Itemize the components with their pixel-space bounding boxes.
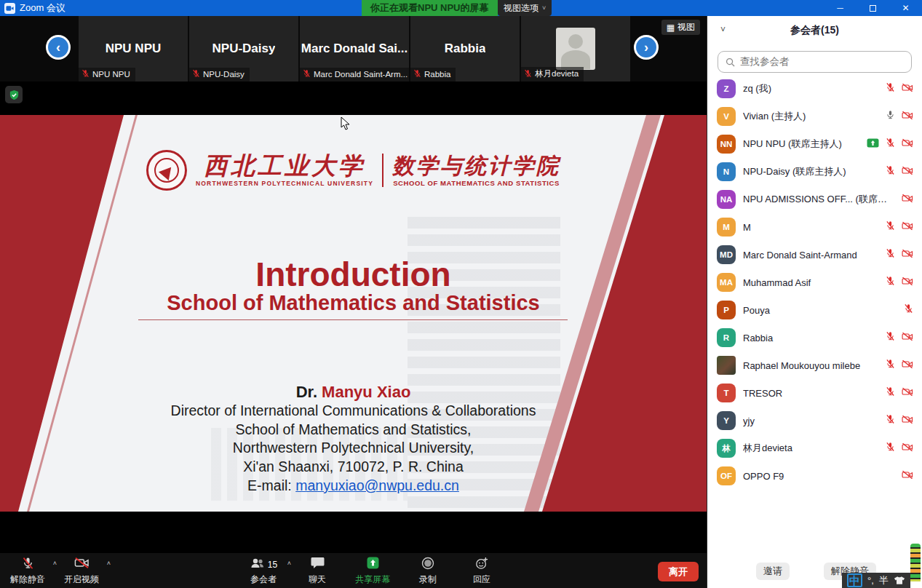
invite-button[interactable]: 邀请	[756, 563, 790, 580]
participant-row[interactable]: MAMuhammad Asif	[707, 269, 922, 296]
toolbar-participants-button[interactable]: 15 参会者 ˄	[247, 556, 279, 586]
participant-row[interactable]: PPouya	[707, 296, 922, 324]
participant-row[interactable]: VVivian (主持人)	[707, 103, 922, 130]
title-bar: Zoom 会议 你正在观看NPU NPU的屏幕 视图选项 ˅ ─ ✕	[0, 0, 922, 16]
camera-off-icon	[902, 82, 913, 95]
toolbar-button-label: 聊天	[309, 573, 326, 586]
minimize-button[interactable]: ─	[824, 0, 857, 16]
video-tile-name: NPU-Daisy	[212, 41, 276, 56]
video-tile[interactable]: Rabbia Rabbia	[410, 16, 520, 82]
window-controls: ─ ✕	[824, 0, 922, 16]
chevron-up-icon[interactable]: ˄	[287, 560, 291, 567]
security-shield-icon[interactable]	[5, 86, 23, 103]
maximize-button[interactable]	[857, 0, 889, 16]
search-icon	[726, 57, 735, 67]
maximize-icon	[870, 5, 876, 12]
camera-off-icon	[902, 165, 913, 178]
participant-name: Vivian (主持人)	[743, 110, 878, 123]
university-seal-icon	[146, 150, 187, 191]
ime-skin-shirt-icon[interactable]	[894, 576, 905, 585]
toolbar-chat-button[interactable]: 聊天	[301, 556, 333, 586]
participant-row[interactable]: 林林月devieta	[707, 434, 922, 462]
logo-divider	[382, 154, 383, 187]
ime-width-toggle[interactable]: 半	[879, 574, 889, 587]
participant-count: 15	[268, 560, 277, 570]
camera-off-icon	[902, 331, 913, 344]
participant-row[interactable]: NANPU ADMISSIONS OFF... (联席主持人)	[707, 186, 922, 213]
toolbar-record-button[interactable]: 录制	[412, 556, 444, 586]
view-button[interactable]: ▦ 视图	[661, 20, 700, 35]
participant-avatar-placeholder	[556, 28, 595, 70]
chevron-up-icon[interactable]: ˄	[107, 560, 111, 567]
mic-muted-icon	[524, 69, 532, 79]
participant-row[interactable]: NNPU-Daisy (联席主持人)	[707, 158, 922, 186]
video-tile[interactable]: 林月devieta	[521, 16, 630, 82]
video-tile-label: NPU NPU	[79, 68, 135, 82]
participant-name: 林月devieta	[743, 442, 878, 455]
mic-muted-icon	[303, 69, 311, 79]
toolbar-button-label: 回应	[473, 573, 490, 586]
leave-meeting-button[interactable]: 离开	[658, 562, 699, 581]
ime-language-toggle[interactable]: 中	[847, 573, 862, 587]
toolbar-reactions-button[interactable]: 回应	[466, 556, 498, 586]
mic-muted-icon	[22, 557, 34, 573]
meeting-stage: NPU NPU NPU NPUNPU-Daisy NPU-DaisyMarc D…	[0, 16, 707, 588]
participant-avatar: NN	[717, 135, 736, 154]
school-name-en: SCHOOL OF MATHEMATICS AND STATISTICS	[392, 179, 560, 187]
scroll-left-button[interactable]: ‹	[46, 35, 71, 60]
close-button[interactable]: ✕	[889, 0, 922, 16]
view-options-button[interactable]: 视图选项 ˅	[498, 0, 552, 16]
participant-row[interactable]: Raphael Moukouyou milebe	[707, 351, 922, 379]
toolbar-video-off-button[interactable]: 开启视频 ˄	[64, 556, 99, 586]
speaker-name-line: Dr. Manyu Xiao	[0, 383, 707, 402]
university-logo-header: 西北工业大学 NORTHWESTERN POLYTECHNICAL UNIVER…	[0, 150, 707, 191]
video-off-icon	[74, 557, 90, 572]
video-tile-name: Marc Donald Sai...	[301, 41, 408, 56]
chevron-down-icon: ˅	[542, 4, 546, 12]
screen-sharing-badge	[867, 138, 879, 151]
participant-avatar: M	[717, 218, 736, 237]
participant-row[interactable]: MDMarc Donald Saint-Armand	[707, 241, 922, 269]
video-tile[interactable]: NPU NPU NPU NPU	[79, 16, 188, 82]
toolbar-button-label: 录制	[419, 573, 437, 586]
participant-row[interactable]: Yyjy	[707, 407, 922, 434]
participant-avatar: T	[717, 384, 736, 402]
toolbar-button-label: 解除静音	[10, 573, 45, 586]
ime-punctuation-toggle[interactable]: °,	[867, 575, 874, 586]
participant-row[interactable]: Zzq (我)	[707, 75, 922, 103]
camera-off-icon	[902, 359, 913, 372]
participant-avatar: OF	[717, 466, 736, 485]
screen-sharing-badge	[867, 138, 879, 148]
scroll-right-button[interactable]: ›	[634, 35, 659, 60]
video-tile[interactable]: NPU-Daisy NPU-Daisy	[189, 16, 298, 82]
shared-screen-area: 西北工业大学 NORTHWESTERN POLYTECHNICAL UNIVER…	[0, 82, 707, 553]
email-label: E-mail:	[247, 477, 295, 493]
share-screen-icon	[365, 557, 381, 572]
mic-muted-icon	[886, 359, 895, 372]
email-line: E-mail: manyuxiao@nwpu.edu.cn	[0, 476, 707, 495]
toolbar-share-screen-button[interactable]: 共享屏幕	[355, 556, 390, 586]
participant-row[interactable]: OFOPPO F9	[707, 462, 922, 490]
video-tile[interactable]: Marc Donald Sai... Marc Donald Saint-Arm…	[300, 16, 409, 82]
video-tile-label: NPU-Daisy	[189, 68, 250, 82]
university-name-cn: 西北工业大学	[196, 154, 373, 179]
toolbar-button-label: 开启视频	[64, 573, 99, 586]
mic-muted-icon	[886, 138, 895, 151]
chevron-up-icon[interactable]: ˄	[53, 560, 57, 567]
ime-skin-icon[interactable]	[910, 544, 921, 581]
email-link[interactable]: manyuxiao@nwpu.edu.cn	[295, 477, 459, 493]
participant-row[interactable]: RRabbia	[707, 324, 922, 351]
bio-line: School of Mathematics and Statistics,	[0, 421, 707, 440]
search-participants-input[interactable]: 查找参会者	[718, 51, 912, 73]
bio-line: Director of International Communications…	[0, 402, 707, 421]
collapse-panel-icon[interactable]: ˅	[720, 25, 726, 35]
participant-name: NPU NPU (联席主持人)	[743, 138, 859, 151]
toolbar-mic-muted-button[interactable]: 解除静音 ˄	[10, 556, 45, 586]
participant-row[interactable]: NNNPU NPU (联席主持人)	[707, 130, 922, 158]
participant-name: NPU ADMISSIONS OFF... (联席主持人)	[743, 193, 894, 206]
participant-avatar: N	[717, 162, 736, 181]
participant-row[interactable]: TTRESOR	[707, 379, 922, 407]
camera-off-icon	[902, 220, 913, 234]
mic-on-icon	[886, 110, 895, 123]
participant-row[interactable]: MM	[707, 213, 922, 241]
